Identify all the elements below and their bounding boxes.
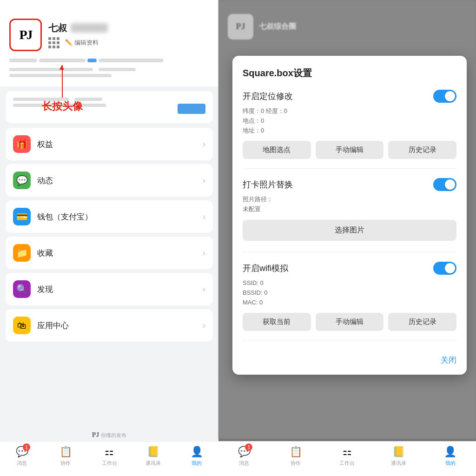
nav-item-xiezuo[interactable]: 📋 协作 (44, 445, 87, 467)
quanyi-icon: 🎁 (13, 135, 31, 153)
manual-edit-button-location[interactable]: 手动编辑 (316, 141, 384, 159)
yingyong-icon: 🛍 (13, 317, 31, 334)
chevron-right-icon: › (203, 176, 205, 185)
watermark: PJ 你懂的发布 (92, 431, 127, 439)
row-bar (99, 68, 136, 71)
blur-avatar: PJ (228, 14, 253, 40)
menu-label: 动态 (37, 175, 196, 186)
xiezuo-icon: 📋 (59, 445, 72, 458)
right-nav-item-xiezuo[interactable]: 📋 协作 (270, 445, 322, 467)
left-bottom-nav: 💬 1 消息 📋 协作 ⚏ 工作台 📒 通讯录 👤 我的 (0, 441, 218, 476)
right-nav-label: 消息 (239, 460, 249, 467)
nav-item-message[interactable]: 💬 1 消息 (0, 445, 44, 467)
right-blur-header: PJ 七叔综合圈 (228, 14, 467, 40)
watermark-text: 你懂的发布 (101, 432, 126, 439)
shoucang-icon: 📁 (13, 244, 31, 262)
menu-item-faxian[interactable]: 🔍 发现 › (6, 273, 213, 305)
location-setting-row: 开启定位修改 (243, 90, 456, 103)
nav-label: 我的 (192, 460, 202, 467)
wifi-setting-row: 开启wifi模拟 (243, 262, 456, 275)
right-nav-item-tongxunlu[interactable]: 📒 通讯录 (373, 445, 424, 467)
nav-item-tongxunlu[interactable]: 📒 通讯录 (131, 445, 175, 467)
photo-toggle[interactable] (433, 178, 456, 191)
right-nav-label: 通讯录 (391, 460, 406, 467)
edit-profile-button[interactable]: ✏️ 编辑资料 (65, 37, 99, 48)
left-panel: PJ 七叔 ✏️ 编辑资料 (0, 0, 218, 476)
arrow-annotation: 长按头像 (42, 65, 83, 113)
close-row: 关闭 (243, 350, 456, 365)
photo-info: 照片路径： 未配置 (243, 195, 456, 214)
wifi-btn-row: 获取当前 手动编辑 历史记录 (243, 313, 456, 331)
wifi-label: 开启wifi模拟 (243, 263, 288, 274)
wifi-info: SSID: 0 BSSID: 0 MAC: 0 (243, 278, 456, 307)
blur-title: 七叔综合圈 (259, 22, 296, 32)
avatar[interactable]: PJ (9, 19, 42, 51)
wifi-section: 开启wifi模拟 SSID: 0 BSSID: 0 MAC: 0 获取当前 手动… (243, 262, 456, 341)
stat-bar (39, 59, 86, 62)
tongxunlu-icon: 📒 (146, 445, 159, 458)
history-button-location[interactable]: 历史记录 (388, 141, 456, 159)
chevron-right-icon: › (203, 212, 205, 222)
menu-list: 🎁 权益 › 💬 动态 › 💳 钱包（支付宝） › 📁 收藏 › 🔍 发现 › … (0, 128, 218, 441)
menu-item-dongtai[interactable]: 💬 动态 › (6, 164, 213, 197)
menu-item-shoucang[interactable]: 📁 收藏 › (6, 237, 213, 269)
message-badge: 1 (23, 443, 30, 451)
right-nav-label: 协作 (291, 460, 301, 467)
menu-label: 权益 (37, 139, 196, 150)
annotation-text: 长按头像 (42, 99, 83, 113)
wode-icon: 👤 (190, 445, 203, 458)
location-label: 开启定位修改 (243, 91, 293, 102)
notice-card (6, 91, 213, 123)
nav-label: 消息 (17, 460, 27, 467)
get-current-button[interactable]: 获取当前 (243, 313, 311, 331)
nav-label: 协作 (60, 460, 71, 467)
menu-label: 应用中心 (37, 320, 196, 331)
menu-label: 发现 (37, 284, 196, 295)
profile-header: PJ 七叔 ✏️ 编辑资料 (0, 0, 218, 86)
right-nav-item-gongtai[interactable]: ⚏ 工作台 (322, 445, 373, 467)
right-nav-label: 工作台 (339, 460, 355, 467)
nav-item-wode[interactable]: 👤 我的 (175, 445, 218, 467)
right-tongxunlu-icon: 📒 (392, 445, 405, 458)
menu-item-quanyi[interactable]: 🎁 权益 › (6, 128, 213, 160)
location-btn-row: 地图选点 手动编辑 历史记录 (243, 141, 456, 159)
stat-bar (87, 59, 97, 62)
profile-stats (9, 59, 209, 62)
chevron-right-icon: › (203, 139, 205, 149)
nav-item-gongtai[interactable]: ⚏ 工作台 (87, 445, 131, 467)
menu-item-qianbao[interactable]: 💳 钱包（支付宝） › (6, 200, 213, 233)
photo-setting-row: 打卡照片替换 (243, 178, 456, 191)
select-image-button[interactable]: 选择图片 (243, 220, 456, 241)
qianbao-icon: 💳 (13, 208, 31, 225)
grid-icon[interactable] (48, 37, 60, 48)
settings-dialog: Square.box设置 开启定位修改 纬度：0 经度：0 地点：0 地址：0 … (232, 56, 467, 375)
faxian-icon: 🔍 (13, 280, 31, 298)
dialog-title: Square.box设置 (243, 67, 456, 79)
location-toggle[interactable] (433, 90, 456, 103)
right-nav-item-wode[interactable]: 👤 我的 (424, 445, 476, 467)
nav-label: 通讯录 (145, 460, 161, 467)
profile-icons: ✏️ 编辑资料 (48, 37, 209, 48)
photo-label: 打卡照片替换 (243, 179, 293, 190)
profile-rows (9, 68, 209, 77)
menu-item-yingyong[interactable]: 🛍 应用中心 › (6, 309, 213, 342)
chevron-right-icon: › (203, 284, 205, 294)
menu-label: 钱包（支付宝） (37, 212, 196, 222)
map-select-button[interactable]: 地图选点 (243, 141, 311, 159)
right-nav-item-message[interactable]: 💬 1 消息 (218, 445, 270, 467)
message-icon: 💬 1 (15, 445, 28, 458)
gongtai-icon: ⚏ (103, 445, 116, 458)
profile-info: 七叔 ✏️ 编辑资料 (48, 22, 209, 48)
right-message-badge: 1 (245, 443, 252, 451)
history-button-wifi[interactable]: 历史记录 (388, 313, 456, 331)
right-bottom-nav: 💬 1 消息 📋 协作 ⚏ 工作台 📒 通讯录 👤 我的 (218, 441, 476, 476)
manual-edit-button-wifi[interactable]: 手动编辑 (316, 313, 384, 331)
photo-section: 打卡照片替换 照片路径： 未配置 选择图片 (243, 178, 456, 252)
chevron-right-icon: › (203, 248, 205, 258)
close-dialog-button[interactable]: 关闭 (441, 355, 456, 365)
right-wode-icon: 👤 (444, 445, 457, 458)
wifi-toggle[interactable] (433, 262, 456, 275)
stat-bar (9, 59, 37, 62)
name-blur (71, 23, 108, 33)
watermark-logo: PJ (92, 431, 99, 439)
